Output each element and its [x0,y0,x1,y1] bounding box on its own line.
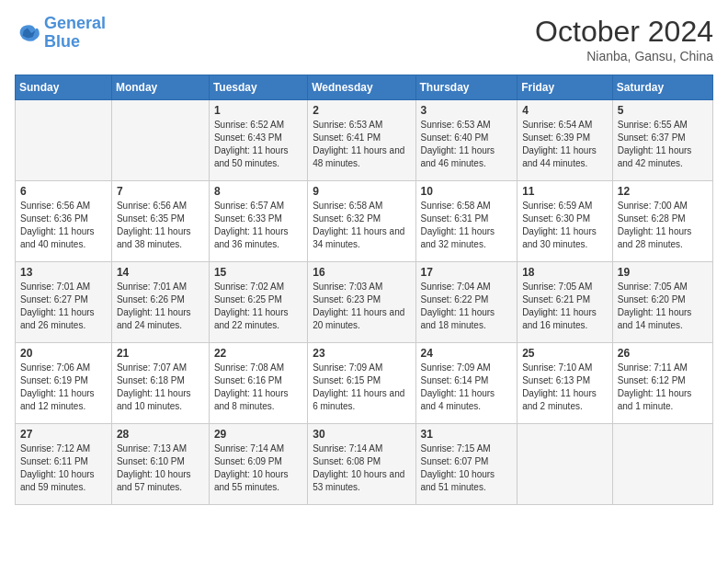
calendar-cell: 27Sunrise: 7:12 AMSunset: 6:11 PMDayligh… [16,424,112,505]
day-number: 15 [214,266,302,279]
calendar-cell [518,424,613,505]
day-number: 6 [20,185,107,198]
day-number: 10 [421,185,513,198]
day-number: 28 [117,428,204,441]
day-info: Sunrise: 7:04 AMSunset: 6:22 PMDaylight:… [421,281,513,332]
day-number: 22 [214,347,302,360]
header-saturday: Saturday [612,75,712,100]
day-number: 3 [421,104,513,117]
header-monday: Monday [111,75,209,100]
day-number: 13 [20,266,107,279]
day-number: 9 [313,185,410,198]
day-number: 26 [618,347,708,360]
calendar-cell: 26Sunrise: 7:11 AMSunset: 6:12 PMDayligh… [612,343,712,424]
day-info: Sunrise: 7:05 AMSunset: 6:21 PMDaylight:… [522,281,608,332]
day-number: 2 [313,104,410,117]
calendar-cell: 16Sunrise: 7:03 AMSunset: 6:23 PMDayligh… [308,262,415,343]
calendar-cell: 2Sunrise: 6:53 AMSunset: 6:41 PMDaylight… [308,100,415,181]
day-number: 7 [117,185,204,198]
calendar-cell: 12Sunrise: 7:00 AMSunset: 6:28 PMDayligh… [612,181,712,262]
calendar-cell: 24Sunrise: 7:09 AMSunset: 6:14 PMDayligh… [415,343,518,424]
calendar-cell: 25Sunrise: 7:10 AMSunset: 6:13 PMDayligh… [518,343,613,424]
day-info: Sunrise: 7:13 AMSunset: 6:10 PMDaylight:… [117,442,204,494]
calendar-week-3: 20Sunrise: 7:06 AMSunset: 6:19 PMDayligh… [16,343,713,424]
calendar-week-0: 1Sunrise: 6:52 AMSunset: 6:43 PMDaylight… [16,100,713,181]
day-info: Sunrise: 7:10 AMSunset: 6:13 PMDaylight:… [522,362,608,413]
day-info: Sunrise: 7:07 AMSunset: 6:18 PMDaylight:… [117,362,204,413]
day-number: 16 [313,266,410,279]
day-number: 29 [214,428,302,441]
calendar-cell: 9Sunrise: 6:58 AMSunset: 6:32 PMDaylight… [308,181,415,262]
calendar-header: Sunday Monday Tuesday Wednesday Thursday… [16,75,713,100]
calendar-cell: 4Sunrise: 6:54 AMSunset: 6:39 PMDaylight… [518,100,613,181]
header-tuesday: Tuesday [209,75,307,100]
day-info: Sunrise: 6:56 AMSunset: 6:35 PMDaylight:… [117,200,204,251]
calendar-table: Sunday Monday Tuesday Wednesday Thursday… [15,75,713,505]
day-info: Sunrise: 6:57 AMSunset: 6:33 PMDaylight:… [214,200,302,251]
calendar-cell: 17Sunrise: 7:04 AMSunset: 6:22 PMDayligh… [415,262,518,343]
day-info: Sunrise: 7:14 AMSunset: 6:08 PMDaylight:… [313,442,410,494]
calendar-cell: 18Sunrise: 7:05 AMSunset: 6:21 PMDayligh… [518,262,613,343]
day-info: Sunrise: 7:06 AMSunset: 6:19 PMDaylight:… [20,362,107,413]
calendar-cell: 13Sunrise: 7:01 AMSunset: 6:27 PMDayligh… [16,262,112,343]
calendar-cell: 19Sunrise: 7:05 AMSunset: 6:20 PMDayligh… [612,262,712,343]
day-number: 23 [313,347,410,360]
calendar-cell: 8Sunrise: 6:57 AMSunset: 6:33 PMDaylight… [209,181,307,262]
header-row: Sunday Monday Tuesday Wednesday Thursday… [16,75,713,100]
calendar-cell: 31Sunrise: 7:15 AMSunset: 6:07 PMDayligh… [415,424,518,505]
calendar-cell [16,100,112,181]
day-number: 11 [522,185,608,198]
calendar-cell: 23Sunrise: 7:09 AMSunset: 6:15 PMDayligh… [308,343,415,424]
calendar-cell: 21Sunrise: 7:07 AMSunset: 6:18 PMDayligh… [111,343,209,424]
header-wednesday: Wednesday [308,75,415,100]
day-info: Sunrise: 7:14 AMSunset: 6:09 PMDaylight:… [214,442,302,494]
day-info: Sunrise: 6:53 AMSunset: 6:41 PMDaylight:… [313,119,410,170]
page-header: General Blue October 2024 Nianba, Gansu,… [15,15,713,63]
day-number: 18 [522,266,608,279]
calendar-week-1: 6Sunrise: 6:56 AMSunset: 6:36 PMDaylight… [16,181,713,262]
calendar-cell: 22Sunrise: 7:08 AMSunset: 6:16 PMDayligh… [209,343,307,424]
day-info: Sunrise: 7:12 AMSunset: 6:11 PMDaylight:… [20,442,107,494]
day-info: Sunrise: 6:53 AMSunset: 6:40 PMDaylight:… [421,119,513,170]
day-info: Sunrise: 6:59 AMSunset: 6:30 PMDaylight:… [522,200,608,251]
day-number: 20 [20,347,107,360]
day-number: 27 [20,428,107,441]
day-info: Sunrise: 6:55 AMSunset: 6:37 PMDaylight:… [618,119,708,170]
day-number: 1 [214,104,302,117]
calendar-cell: 28Sunrise: 7:13 AMSunset: 6:10 PMDayligh… [111,424,209,505]
calendar-cell: 29Sunrise: 7:14 AMSunset: 6:09 PMDayligh… [209,424,307,505]
logo: General Blue [15,15,106,52]
day-info: Sunrise: 7:01 AMSunset: 6:27 PMDaylight:… [20,281,107,332]
calendar-cell: 7Sunrise: 6:56 AMSunset: 6:35 PMDaylight… [111,181,209,262]
calendar-cell [111,100,209,181]
day-info: Sunrise: 6:52 AMSunset: 6:43 PMDaylight:… [214,119,302,170]
day-number: 4 [522,104,608,117]
day-info: Sunrise: 7:01 AMSunset: 6:26 PMDaylight:… [117,281,204,332]
day-info: Sunrise: 7:08 AMSunset: 6:16 PMDaylight:… [214,362,302,413]
calendar-week-2: 13Sunrise: 7:01 AMSunset: 6:27 PMDayligh… [16,262,713,343]
calendar-cell: 30Sunrise: 7:14 AMSunset: 6:08 PMDayligh… [308,424,415,505]
day-info: Sunrise: 7:00 AMSunset: 6:28 PMDaylight:… [618,200,708,251]
day-info: Sunrise: 7:15 AMSunset: 6:07 PMDaylight:… [421,442,513,494]
day-number: 31 [421,428,513,441]
logo-icon [15,20,40,46]
calendar-cell: 6Sunrise: 6:56 AMSunset: 6:36 PMDaylight… [16,181,112,262]
header-thursday: Thursday [415,75,518,100]
calendar-cell: 15Sunrise: 7:02 AMSunset: 6:25 PMDayligh… [209,262,307,343]
day-info: Sunrise: 6:54 AMSunset: 6:39 PMDaylight:… [522,119,608,170]
day-number: 8 [214,185,302,198]
calendar-cell: 5Sunrise: 6:55 AMSunset: 6:37 PMDaylight… [612,100,712,181]
calendar-cell: 11Sunrise: 6:59 AMSunset: 6:30 PMDayligh… [518,181,613,262]
day-info: Sunrise: 6:58 AMSunset: 6:31 PMDaylight:… [421,200,513,251]
day-number: 30 [313,428,410,441]
day-number: 25 [522,347,608,360]
day-info: Sunrise: 6:58 AMSunset: 6:32 PMDaylight:… [313,200,410,251]
header-sunday: Sunday [16,75,112,100]
calendar-cell: 10Sunrise: 6:58 AMSunset: 6:31 PMDayligh… [415,181,518,262]
logo-text: General [44,15,106,33]
day-info: Sunrise: 6:56 AMSunset: 6:36 PMDaylight:… [20,200,107,251]
day-number: 21 [117,347,204,360]
logo-text2: Blue [44,33,106,52]
location-subtitle: Nianba, Gansu, China [535,49,713,63]
day-number: 12 [618,185,708,198]
